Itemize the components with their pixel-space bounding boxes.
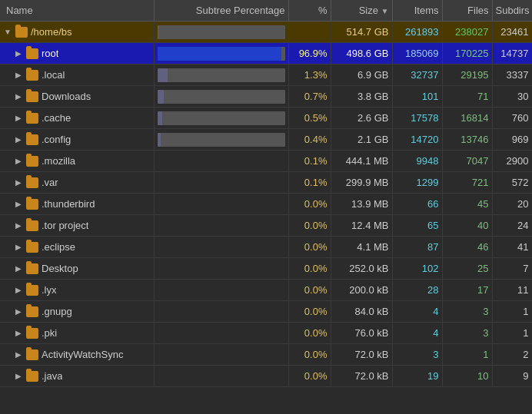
subdirs-cell: 24 [492, 215, 532, 237]
table-row[interactable]: ▶Desktop0.0%252.0 kB102257 [0, 258, 532, 280]
expand-arrow-icon[interactable]: ▶ [14, 221, 23, 230]
table-row[interactable]: ▶.pki0.0%76.0 kB431 [0, 323, 532, 344]
files-cell: 29195 [442, 65, 492, 86]
expand-arrow-icon[interactable]: ▶ [14, 178, 23, 187]
expand-arrow-icon[interactable]: ▶ [14, 200, 23, 209]
table-row[interactable]: ▶.thunderbird0.0%13.9 MB664520 [0, 194, 532, 215]
folder-icon [26, 285, 38, 296]
table-row[interactable]: ▶Downloads0.7%3.8 GB1017130 [0, 86, 532, 108]
files-cell: 7047 [442, 151, 492, 172]
size-cell: 12.4 MB [331, 215, 392, 237]
file-name-label: .var [42, 177, 58, 188]
size-cell: 72.0 kB [331, 344, 392, 366]
files-cell: 17 [442, 280, 492, 301]
expand-arrow-icon[interactable]: ▶ [14, 157, 23, 166]
size-cell: 2.1 GB [331, 129, 392, 151]
table-row[interactable]: ▶.java0.0%72.0 kB19109 [0, 366, 532, 387]
items-cell: 32737 [392, 65, 442, 86]
name-cell: ▶.cache [0, 108, 154, 129]
name-cell: ▶.java [0, 366, 154, 387]
subdirs-cell: 2 [492, 344, 532, 366]
bar-fill [158, 68, 168, 82]
files-cell: 40 [442, 215, 492, 237]
table-row[interactable]: ▶.eclipse0.0%4.1 MB874641 [0, 237, 532, 258]
table-row[interactable]: ▶.config0.4%2.1 GB1472013746969 [0, 129, 532, 151]
folder-icon [26, 306, 38, 317]
expand-arrow-icon[interactable]: ▶ [14, 49, 23, 58]
files-cell: 3 [442, 301, 492, 323]
subdirs-cell: 969 [492, 129, 532, 151]
name-cell: ▶.mozilla [0, 151, 154, 172]
name-cell: ▶.eclipse [0, 237, 154, 258]
pct-cell: 0.0% [288, 194, 331, 215]
files-cell: 25 [442, 258, 492, 280]
expand-arrow-icon[interactable]: ▶ [14, 350, 23, 359]
expand-arrow-icon[interactable]: ▶ [14, 264, 23, 273]
expand-arrow-icon[interactable]: ▶ [14, 243, 23, 252]
name-cell: ▶.config [0, 129, 154, 151]
pct-cell [288, 22, 331, 43]
files-cell: 3 [442, 323, 492, 344]
size-cell: 514.7 GB [331, 22, 392, 43]
bar-cell [154, 108, 288, 129]
col-header-name: Name [0, 0, 154, 22]
table-row[interactable]: ▶.tor project0.0%12.4 MB654024 [0, 215, 532, 237]
bar-cell [154, 301, 288, 323]
bar-cell [154, 151, 288, 172]
size-cell: 84.0 kB [331, 301, 392, 323]
subdirs-cell: 30 [492, 86, 532, 108]
name-cell: ▶.gnupg [0, 301, 154, 323]
col-header-subdirs: Subdirs [492, 0, 532, 22]
table-row[interactable]: ▶.var0.1%299.9 MB1299721572 [0, 172, 532, 194]
table-row[interactable]: ▼/home/bs514.7 GB26189323802723461 [0, 22, 532, 43]
files-cell: 170225 [442, 43, 492, 65]
expand-arrow-icon[interactable]: ▶ [14, 307, 23, 316]
table-header-row: Name Subtree Percentage % Size ▼ Items F… [0, 0, 532, 22]
expand-arrow-icon[interactable]: ▶ [14, 114, 23, 123]
folder-icon [26, 328, 38, 339]
expand-arrow-icon[interactable]: ▶ [14, 92, 23, 101]
table-row[interactable]: ▶ActivityWatchSync0.0%72.0 kB312 [0, 344, 532, 366]
table-row[interactable]: ▶.lyx0.0%200.0 kB281711 [0, 280, 532, 301]
files-cell: 238027 [442, 22, 492, 43]
folder-icon [26, 177, 38, 188]
name-cell: ▶.pki [0, 323, 154, 344]
items-cell: 65 [392, 215, 442, 237]
table-row[interactable]: ▶.local1.3%6.9 GB32737291953337 [0, 65, 532, 86]
table-row[interactable]: ▶.cache0.5%2.6 GB1757816814760 [0, 108, 532, 129]
folder-icon [26, 263, 38, 274]
pct-cell: 0.0% [288, 215, 331, 237]
bar-cell [154, 366, 288, 387]
name-cell: ▶Downloads [0, 86, 154, 108]
expand-arrow-icon[interactable]: ▼ [3, 28, 12, 37]
bar-fill [158, 47, 281, 61]
subdirs-cell: 9 [492, 366, 532, 387]
expand-arrow-icon[interactable]: ▶ [14, 71, 23, 80]
table-row[interactable]: ▶root96.9%498.6 GB18506917022514737 [0, 43, 532, 65]
expand-arrow-icon[interactable]: ▶ [14, 286, 23, 295]
size-cell: 4.1 MB [331, 237, 392, 258]
col-header-size[interactable]: Size ▼ [331, 0, 392, 22]
file-name-label: .cache [42, 112, 71, 124]
expand-arrow-icon[interactable]: ▶ [14, 329, 23, 338]
file-name-label: ActivityWatchSync [42, 349, 123, 360]
folder-icon [26, 220, 38, 231]
file-name-label: .lyx [42, 284, 57, 296]
bar-cell [154, 172, 288, 194]
name-cell: ▶.lyx [0, 280, 154, 301]
files-cell: 10 [442, 366, 492, 387]
table-row[interactable]: ▶.mozilla0.1%444.1 MB994870472900 [0, 151, 532, 172]
items-cell: 14720 [392, 129, 442, 151]
size-cell: 2.6 GB [331, 108, 392, 129]
items-cell: 1299 [392, 172, 442, 194]
expand-arrow-icon[interactable]: ▶ [14, 372, 23, 381]
name-cell: ▶.thunderbird [0, 194, 154, 215]
pct-cell: 0.5% [288, 108, 331, 129]
bar-cell [154, 194, 288, 215]
bar-container [158, 111, 285, 125]
expand-arrow-icon[interactable]: ▶ [14, 135, 23, 144]
table-row[interactable]: ▶.gnupg0.0%84.0 kB431 [0, 301, 532, 323]
bar-container [158, 68, 285, 82]
bar-cell [154, 280, 288, 301]
bar-container [158, 90, 285, 104]
